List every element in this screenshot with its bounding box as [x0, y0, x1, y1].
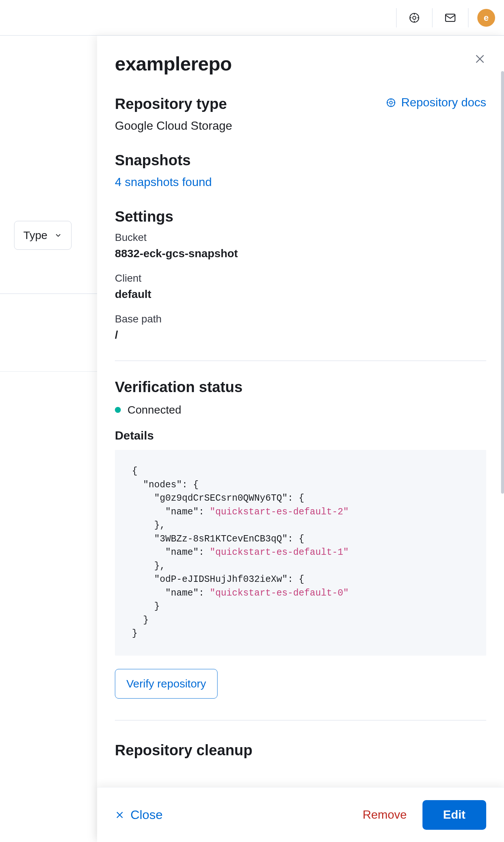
client-label: Client: [115, 272, 486, 284]
edit-button[interactable]: Edit: [422, 800, 486, 830]
snapshots-found-link[interactable]: 4 snapshots found: [115, 175, 486, 189]
divider: [115, 720, 486, 720]
details-heading: Details: [115, 429, 486, 442]
client-value: default: [115, 288, 486, 301]
close-icon[interactable]: [474, 53, 486, 65]
repository-title: examplerepo: [115, 53, 486, 75]
repository-details-flyout: examplerepo Repository type Repository d…: [97, 36, 504, 842]
flyout-footer: Close Remove Edit: [97, 787, 504, 842]
svg-point-1: [413, 16, 416, 19]
basepath-value: /: [115, 329, 486, 341]
divider: [115, 361, 486, 361]
verification-status: Connected: [115, 404, 486, 416]
verification-heading: Verification status: [115, 379, 486, 395]
basepath-label: Base path: [115, 313, 486, 325]
bucket-label: Bucket: [115, 232, 486, 243]
type-filter-button[interactable]: Type: [14, 221, 72, 250]
settings-heading: Settings: [115, 208, 486, 225]
repository-docs-label: Repository docs: [401, 96, 486, 109]
remove-button[interactable]: Remove: [362, 808, 407, 822]
close-icon: [115, 810, 125, 820]
close-button[interactable]: Close: [115, 808, 163, 822]
repo-type-value: Google Cloud Storage: [115, 119, 486, 133]
bucket-value: 8832-eck-gcs-snapshot: [115, 247, 486, 260]
svg-rect-2: [445, 14, 455, 21]
close-label: Close: [130, 808, 163, 822]
help-circle-icon: [386, 97, 396, 108]
app-top-bar: e: [0, 0, 504, 36]
help-icon[interactable]: [397, 8, 432, 27]
svg-point-4: [389, 101, 392, 104]
verify-repository-button[interactable]: Verify repository: [115, 669, 218, 699]
repo-type-heading: Repository type: [115, 96, 227, 112]
snapshots-heading: Snapshots: [115, 152, 486, 169]
scrollbar-thumb[interactable]: [501, 71, 504, 494]
cleanup-heading: Repository cleanup: [115, 742, 486, 759]
mail-icon[interactable]: [432, 8, 468, 27]
verification-json-block: { "nodes": { "g0z9qdCrSECsrn0QWNy6TQ": {…: [115, 450, 486, 656]
chevron-down-icon: [54, 231, 62, 239]
user-avatar[interactable]: e: [477, 9, 495, 27]
status-dot-icon: [115, 407, 121, 413]
status-text: Connected: [127, 404, 181, 416]
repository-docs-link[interactable]: Repository docs: [386, 96, 486, 109]
type-filter-label: Type: [23, 229, 47, 242]
flyout-body: examplerepo Repository type Repository d…: [97, 36, 504, 787]
